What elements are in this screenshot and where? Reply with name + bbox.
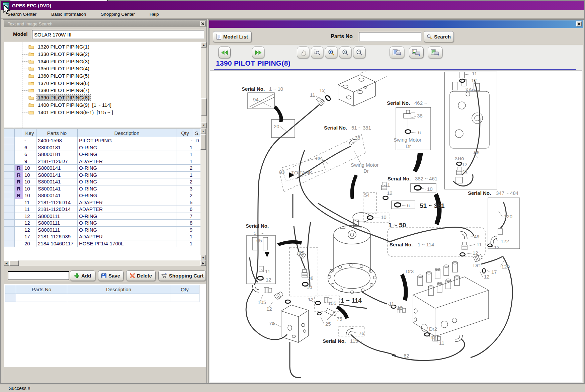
delete-button[interactable]: Delete (126, 270, 156, 281)
tree-item[interactable]: 1330 PILOT PIPING(2) (4, 51, 201, 58)
cell-sn (194, 213, 201, 220)
parts-row[interactable]: 6S8000181O-RING1 (4, 151, 201, 158)
parts-row[interactable]: 92181-1126D7ADAPTER1 (4, 158, 201, 165)
parts-row[interactable]: R10S8000141O-RING2 (4, 192, 201, 199)
cell-r: R (15, 165, 23, 172)
menu-search-center[interactable]: Search Center (7, 12, 36, 17)
tree-item[interactable]: 1400 PILOT PIPING(9) [1 ~ 114] (4, 101, 201, 109)
previous-page-button[interactable] (218, 47, 231, 58)
parts-row[interactable]: 12S8000111O-RING9 (4, 226, 201, 233)
cell-parts_no: S8000111 (36, 226, 78, 233)
parts-row[interactable]: 112181-1126D14ADAPTER6 (4, 206, 201, 213)
tree-item[interactable]: 1340 PILOT PIPING(3) (4, 58, 201, 65)
cell-description: O-RING (78, 220, 176, 227)
fittings (254, 79, 485, 341)
cell-description: O-RING (78, 213, 176, 220)
parts-table-area: KeyParts NoDescriptionQtyS. -2400-1598PI… (4, 129, 200, 260)
parts-row[interactable]: 6S8000181O-RING1 (4, 144, 201, 151)
parts-row[interactable]: R10S8000141O-RING2 (4, 178, 201, 185)
table-hscrollbar[interactable]: ◀ ▶ (4, 260, 206, 266)
parts-row[interactable]: 202184-1046D117HOSE PF1/4-1700L1 (4, 240, 201, 247)
model-input[interactable] (32, 30, 204, 39)
cell-parts_no: S8000181 (36, 151, 78, 158)
parts-row[interactable]: R10S8000141O-RING3 (4, 185, 201, 192)
menu-basic-information[interactable]: Basic Information (51, 12, 86, 17)
parts-no-input[interactable] (359, 32, 422, 42)
cart-empty-row[interactable] (5, 294, 199, 302)
tree-scrollbar[interactable]: ▲ ▼ (201, 42, 206, 128)
diagram-label: 11 (472, 71, 477, 76)
zoom-actual-button[interactable]: 0 (339, 47, 351, 58)
table-vscrollbar[interactable]: ▲ ▼ (200, 129, 206, 260)
parts-row[interactable]: -2400-1598PILOT PIPING-D (4, 137, 201, 144)
diagram-label: 66 (474, 150, 480, 155)
parts-entry-input[interactable] (8, 271, 69, 280)
tree-item[interactable]: 1370 PILOT PIPING(6) (4, 79, 201, 87)
tree-item[interactable]: 1320 PILOT PIPING(1) (4, 43, 201, 51)
diagram-label: 462 ~ (414, 100, 427, 106)
column-header[interactable]: Key (23, 129, 36, 137)
close-icon[interactable] (200, 21, 205, 26)
model-list-button[interactable]: Model List (213, 31, 252, 42)
cell-rowhead (4, 137, 15, 144)
print-image-button[interactable] (409, 47, 424, 58)
cell-qty: 1 (176, 233, 194, 240)
diagram-label: 51 ~ (254, 230, 264, 236)
parts-row[interactable]: 172181-1126D39ADAPTER1 (4, 233, 201, 240)
tree-item[interactable]: 1401 PILOT PIPING(9-1) [115 ~ ] (4, 108, 201, 116)
pan-tool-button[interactable] (297, 47, 309, 58)
cell-sn (194, 233, 201, 240)
column-header[interactable]: Parts No (36, 129, 78, 137)
shopping-cart-button[interactable]: Shopping Cart (158, 270, 206, 281)
column-header[interactable] (15, 129, 23, 137)
tree-item[interactable]: 1380 PILOT PIPING(7) (4, 87, 201, 94)
column-header[interactable]: S. (194, 129, 201, 137)
folder-icon (28, 110, 34, 114)
tree-item[interactable]: 1360 PILOT PIPING(5) (4, 72, 201, 80)
panel-title: Text and Image Search (8, 21, 53, 26)
search-button[interactable]: Search (424, 31, 454, 42)
diagram-label: 105 (258, 299, 266, 305)
column-header[interactable]: Description (78, 129, 176, 137)
add-button[interactable]: Add (70, 270, 95, 281)
floppy-icon (101, 273, 106, 278)
column-header[interactable]: Qty (176, 129, 194, 137)
diagram-label: 94 (253, 97, 259, 102)
red-x-icon (130, 273, 135, 278)
close-icon[interactable] (576, 21, 582, 26)
cart-icon (161, 273, 167, 279)
print-list-button[interactable] (390, 47, 404, 58)
manifold-block (338, 75, 375, 106)
parts-row[interactable]: 112181-1126D14ADAPTER5 (4, 199, 201, 206)
parts-row[interactable]: R10S8000141O-RING1 (4, 171, 201, 178)
cart-column-header: Description (67, 285, 170, 294)
diagram-label: Swing Motor (394, 137, 421, 143)
tree-item-label: 1320 PILOT PIPING(1) (37, 44, 90, 50)
parts-row[interactable]: 12S8000111O-RING8 (4, 220, 201, 227)
magnifier-icon (427, 34, 432, 40)
save-button[interactable]: Save (98, 270, 123, 281)
cell-qty: 1 (176, 240, 194, 247)
cart-column-header: Parts No (16, 285, 67, 294)
next-page-button[interactable] (252, 47, 264, 58)
cell-sn (194, 151, 201, 158)
diagram-canvas[interactable]: Serial No.1 ~ 1094111220Serial No.51 ~ 3… (210, 70, 582, 382)
cell-description: PILOT PIPING (78, 137, 176, 144)
tree-item[interactable]: 1390 PILOT PIPING(8) (4, 94, 201, 101)
diagram-label: 120 (501, 264, 510, 269)
menu-shopping-center[interactable]: Shopping Center (101, 12, 135, 17)
diagram-label: 105 (328, 300, 336, 306)
tree-item[interactable]: 1350 PILOT PIPING(4) (4, 65, 201, 72)
print-diagram-button[interactable] (428, 47, 442, 58)
status-text: Success !! (9, 386, 30, 391)
menu-help[interactable]: Help (150, 12, 159, 17)
parts-row[interactable]: R10S8000141O-RING2 (4, 165, 201, 172)
column-header[interactable] (4, 129, 15, 137)
tree-item-label: 1360 PILOT PIPING(5) (37, 73, 90, 79)
folder-icon (28, 59, 34, 64)
zoom-in-button[interactable] (325, 47, 337, 58)
zoom-out-button[interactable] (353, 47, 365, 58)
zoom-select-button[interactable] (311, 47, 323, 58)
diagram-label: Dr1 (473, 262, 481, 268)
parts-row[interactable]: 12S8000111O-RING7 (4, 213, 201, 220)
